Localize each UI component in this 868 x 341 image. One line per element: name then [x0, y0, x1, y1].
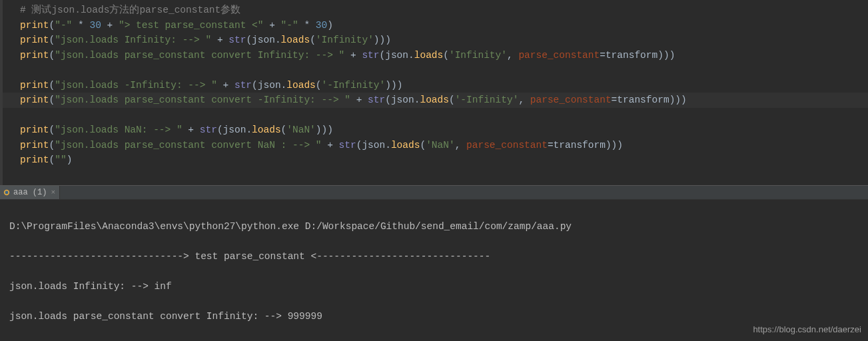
- code-editor[interactable]: # 测试json.loads方法的parse_constant参数 print(…: [0, 0, 868, 185]
- run-tab[interactable]: aaa (1) ×: [0, 186, 60, 199]
- code-line: print("-" * 30 + "> test parse_constant …: [20, 18, 868, 33]
- console-line: json.loads Infinity: --> inf: [9, 279, 859, 294]
- console-output[interactable]: D:\ProgramFiles\Anaconda3\envs\python27\…: [0, 200, 868, 341]
- code-line: [20, 63, 868, 78]
- code-line: print("json.loads NaN: --> " + str(json.…: [20, 123, 868, 138]
- code-line: print(""): [20, 153, 868, 168]
- console-line: D:\ProgramFiles\Anaconda3\envs\python27\…: [9, 219, 859, 234]
- run-tab-label: aaa (1): [13, 188, 47, 197]
- comment: # 测试json.loads方法的parse_constant参数: [20, 5, 240, 15]
- code-line: print("json.loads Infinity: --> " + str(…: [20, 33, 868, 48]
- close-icon[interactable]: ×: [49, 188, 55, 196]
- code-line-highlighted: print("json.loads parse_constant convert…: [3, 93, 868, 108]
- run-tab-bar: aaa (1) ×: [0, 185, 868, 200]
- code-line: [20, 108, 868, 123]
- code-line: print("json.loads -Infinity: --> " + str…: [20, 78, 868, 93]
- python-file-icon: [3, 188, 11, 196]
- console-line: json.loads parse_constant convert Infini…: [9, 309, 859, 324]
- svg-point-1: [5, 191, 9, 194]
- console-line: json.loads -Infinity: --> -inf: [9, 339, 859, 342]
- code-line: print("json.loads parse_constant convert…: [20, 138, 868, 153]
- console-line: ------------------------------> test par…: [9, 249, 859, 264]
- code-line: print("json.loads parse_constant convert…: [20, 48, 868, 63]
- watermark: https://blog.csdn.net/daerzei: [753, 322, 861, 338]
- code-line: # 测试json.loads方法的parse_constant参数: [20, 3, 868, 18]
